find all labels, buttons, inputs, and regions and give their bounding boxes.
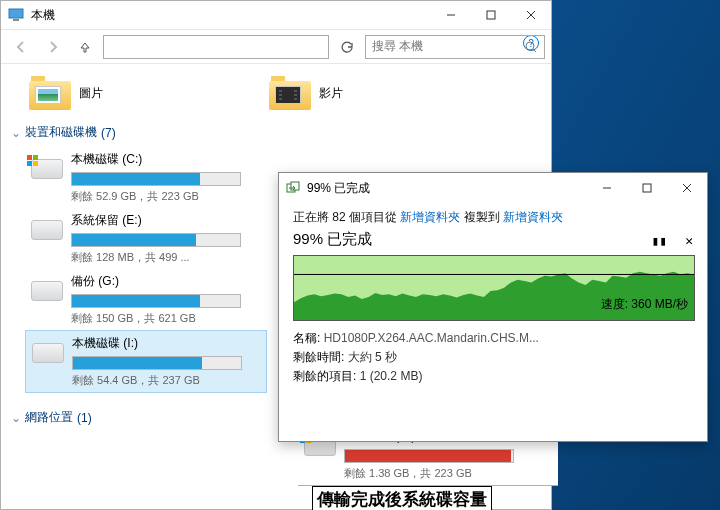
drive-usage-bar bbox=[71, 172, 241, 186]
dialog-title: 99% 已完成 bbox=[307, 180, 370, 197]
copy-remaining-time: 大約 5 秒 bbox=[348, 350, 397, 364]
search-placeholder: 搜尋 本機 bbox=[372, 38, 423, 55]
folder-icon bbox=[269, 76, 311, 110]
section-label: 裝置和磁碟機 bbox=[25, 124, 97, 141]
address-bar[interactable] bbox=[103, 35, 329, 59]
dialog-close-button[interactable] bbox=[667, 174, 707, 202]
library-label: 影片 bbox=[319, 85, 343, 102]
nav-forward-button[interactable] bbox=[39, 33, 67, 61]
dialog-maximize-button[interactable] bbox=[627, 174, 667, 202]
drive-tile[interactable]: 本機磁碟 (I:) 剩餘 54.4 GB，共 237 GB bbox=[25, 330, 267, 393]
chevron-down-icon: ⌄ bbox=[11, 411, 21, 425]
library-pic[interactable]: 圖片 bbox=[29, 76, 259, 110]
speed-graph: 速度: 360 MB/秒 bbox=[293, 255, 695, 321]
svg-line-7 bbox=[533, 49, 536, 52]
hdd-icon bbox=[29, 218, 65, 246]
maximize-button[interactable] bbox=[471, 1, 511, 29]
dest-folder-link[interactable]: 新增資料夾 bbox=[503, 210, 563, 224]
copy-remaining-items: 1 (20.2 MB) bbox=[360, 369, 423, 383]
svg-rect-0 bbox=[9, 9, 23, 18]
windows-flag-icon bbox=[27, 155, 39, 167]
drive-tile[interactable]: 系統保留 (E:) 剩餘 128 MB，共 499 ... bbox=[25, 208, 267, 269]
section-count: (7) bbox=[101, 126, 116, 140]
drive-subtext: 剩餘 52.9 GB，共 223 GB bbox=[71, 189, 263, 204]
copy-progress-dialog: 99% 已完成 正在將 82 個項目從 新增資料夾 複製到 新增資料夾 99% … bbox=[278, 172, 708, 442]
this-pc-icon bbox=[7, 6, 25, 24]
nav-up-button[interactable] bbox=[71, 33, 99, 61]
source-folder-link[interactable]: 新增資料夾 bbox=[400, 210, 460, 224]
minimize-button[interactable] bbox=[431, 1, 471, 29]
drive-usage-bar bbox=[71, 294, 241, 308]
drive-name: 備份 (G:) bbox=[71, 273, 263, 290]
drive-tile[interactable]: 本機磁碟 (C:) 剩餘 52.9 GB，共 223 GB bbox=[25, 147, 267, 208]
drive-name: 本機磁碟 (C:) bbox=[71, 151, 263, 168]
search-icon bbox=[524, 40, 538, 54]
drive-tile[interactable]: 備份 (G:) 剩餘 150 GB，共 621 GB bbox=[25, 269, 267, 330]
drive-usage-bar bbox=[71, 233, 241, 247]
pause-button[interactable]: ▮▮ bbox=[652, 233, 668, 248]
search-input[interactable]: 搜尋 本機 bbox=[365, 35, 545, 59]
drive-usage-bar bbox=[72, 356, 242, 370]
nav-back-button[interactable] bbox=[7, 33, 35, 61]
svg-rect-9 bbox=[291, 182, 299, 190]
library-vid[interactable]: 影片 bbox=[269, 76, 499, 110]
copy-progress-text: 99% 已完成 bbox=[293, 230, 695, 249]
close-button[interactable] bbox=[511, 1, 551, 29]
explorer-title: 本機 bbox=[31, 7, 55, 24]
hdd-icon bbox=[29, 279, 65, 307]
copy-filename: HD1080P.X264.AAC.Mandarin.CHS.M... bbox=[324, 331, 539, 345]
cancel-button[interactable]: ✕ bbox=[685, 233, 693, 248]
drive-subtext: 剩餘 128 MB，共 499 ... bbox=[71, 250, 263, 265]
copy-icon bbox=[285, 180, 301, 196]
explorer-toolbar: 搜尋 本機 bbox=[1, 29, 551, 64]
drive-subtext: 剩餘 1.38 GB，共 223 GB bbox=[344, 466, 536, 481]
hdd-icon bbox=[29, 157, 65, 185]
annotation-caption: 傳輸完成後系統碟容量 bbox=[312, 486, 492, 510]
dialog-minimize-button[interactable] bbox=[587, 174, 627, 202]
svg-rect-11 bbox=[643, 184, 651, 192]
dialog-titlebar[interactable]: 99% 已完成 bbox=[279, 173, 707, 203]
speed-label: 速度: 360 MB/秒 bbox=[599, 296, 690, 313]
drive-name: 系統保留 (E:) bbox=[71, 212, 263, 229]
library-label: 圖片 bbox=[79, 85, 103, 102]
explorer-titlebar[interactable]: 本機 bbox=[1, 1, 551, 29]
hdd-icon bbox=[30, 341, 66, 369]
section-count: (1) bbox=[77, 411, 92, 425]
refresh-button[interactable] bbox=[333, 33, 361, 61]
section-devices-drives[interactable]: ⌄ 裝置和磁碟機 (7) bbox=[11, 124, 541, 141]
section-label: 網路位置 bbox=[25, 409, 73, 426]
drive-subtext: 剩餘 54.4 GB，共 237 GB bbox=[72, 373, 262, 388]
drive-subtext: 剩餘 150 GB，共 621 GB bbox=[71, 311, 263, 326]
svg-rect-3 bbox=[487, 11, 495, 19]
drive-name: 本機磁碟 (I:) bbox=[72, 335, 262, 352]
svg-rect-1 bbox=[13, 19, 19, 21]
copy-description: 正在將 82 個項目從 新增資料夾 複製到 新增資料夾 bbox=[293, 209, 695, 226]
folder-icon bbox=[29, 76, 71, 110]
chevron-down-icon: ⌄ bbox=[11, 126, 21, 140]
svg-point-6 bbox=[526, 42, 534, 50]
drive-usage-bar bbox=[344, 449, 514, 463]
